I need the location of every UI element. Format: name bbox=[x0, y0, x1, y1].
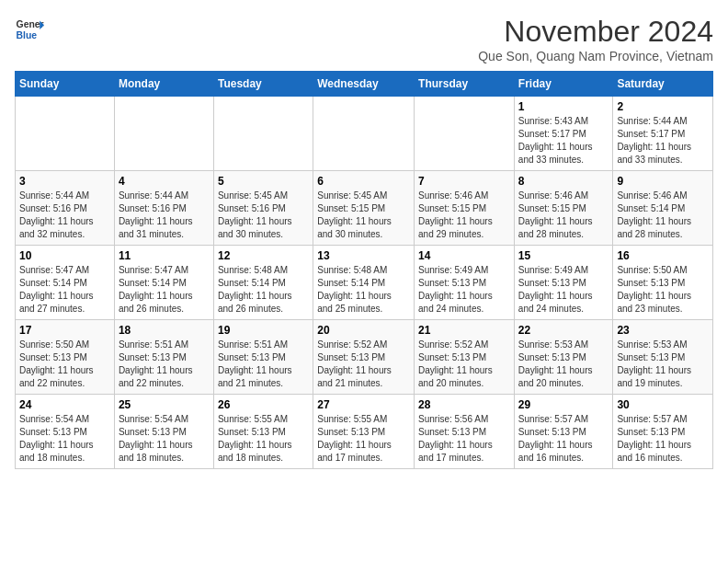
calendar-cell: 15Sunrise: 5:49 AM Sunset: 5:13 PM Dayli… bbox=[514, 246, 613, 320]
day-info: Sunrise: 5:56 AM Sunset: 5:13 PM Dayligh… bbox=[418, 413, 510, 465]
calendar-cell: 29Sunrise: 5:57 AM Sunset: 5:13 PM Dayli… bbox=[514, 395, 613, 469]
day-info: Sunrise: 5:44 AM Sunset: 5:16 PM Dayligh… bbox=[119, 190, 210, 241]
day-info: Sunrise: 5:50 AM Sunset: 5:13 PM Dayligh… bbox=[617, 264, 709, 316]
month-title: November 2024 bbox=[478, 15, 713, 49]
day-number: 18 bbox=[119, 324, 210, 337]
calendar-cell: 16Sunrise: 5:50 AM Sunset: 5:13 PM Dayli… bbox=[613, 246, 713, 320]
calendar-cell: 26Sunrise: 5:55 AM Sunset: 5:13 PM Dayli… bbox=[213, 395, 313, 469]
day-info: Sunrise: 5:47 AM Sunset: 5:14 PM Dayligh… bbox=[19, 264, 110, 316]
calendar-cell: 3Sunrise: 5:44 AM Sunset: 5:16 PM Daylig… bbox=[16, 171, 115, 246]
calendar-cell: 28Sunrise: 5:56 AM Sunset: 5:13 PM Dayli… bbox=[415, 395, 515, 469]
calendar-cell bbox=[213, 97, 313, 171]
logo-icon: General Blue bbox=[15, 15, 44, 44]
calendar-cell bbox=[313, 97, 415, 171]
calendar-cell: 24Sunrise: 5:54 AM Sunset: 5:13 PM Dayli… bbox=[16, 395, 115, 469]
calendar-header-row: SundayMondayTuesdayWednesdayThursdayFrid… bbox=[16, 72, 713, 97]
day-number: 21 bbox=[418, 324, 510, 337]
day-number: 1 bbox=[518, 100, 609, 113]
calendar-cell bbox=[114, 97, 213, 171]
calendar-cell: 5Sunrise: 5:45 AM Sunset: 5:16 PM Daylig… bbox=[213, 171, 313, 246]
calendar-cell: 9Sunrise: 5:46 AM Sunset: 5:14 PM Daylig… bbox=[613, 171, 713, 246]
day-number: 5 bbox=[218, 175, 309, 188]
day-info: Sunrise: 5:55 AM Sunset: 5:13 PM Dayligh… bbox=[218, 413, 309, 465]
day-number: 3 bbox=[19, 175, 110, 188]
day-number: 28 bbox=[418, 398, 510, 411]
calendar-cell: 20Sunrise: 5:52 AM Sunset: 5:13 PM Dayli… bbox=[313, 320, 415, 395]
day-info: Sunrise: 5:57 AM Sunset: 5:13 PM Dayligh… bbox=[518, 413, 609, 465]
day-number: 27 bbox=[317, 398, 410, 411]
day-info: Sunrise: 5:48 AM Sunset: 5:14 PM Dayligh… bbox=[218, 264, 309, 316]
calendar-cell: 4Sunrise: 5:44 AM Sunset: 5:16 PM Daylig… bbox=[114, 171, 213, 246]
day-number: 17 bbox=[19, 324, 110, 337]
calendar-cell: 8Sunrise: 5:46 AM Sunset: 5:15 PM Daylig… bbox=[514, 171, 613, 246]
calendar-cell: 6Sunrise: 5:45 AM Sunset: 5:15 PM Daylig… bbox=[313, 171, 415, 246]
page-header: General Blue November 2024 Que Son, Quan… bbox=[15, 15, 713, 63]
day-number: 8 bbox=[518, 175, 609, 188]
day-info: Sunrise: 5:54 AM Sunset: 5:13 PM Dayligh… bbox=[119, 413, 210, 465]
calendar-cell bbox=[415, 97, 515, 171]
day-info: Sunrise: 5:53 AM Sunset: 5:13 PM Dayligh… bbox=[518, 339, 609, 390]
day-number: 24 bbox=[19, 398, 110, 411]
day-number: 10 bbox=[19, 249, 110, 262]
day-number: 25 bbox=[119, 398, 210, 411]
day-info: Sunrise: 5:55 AM Sunset: 5:13 PM Dayligh… bbox=[317, 413, 410, 465]
day-info: Sunrise: 5:49 AM Sunset: 5:13 PM Dayligh… bbox=[418, 264, 510, 316]
week-row-1: 1Sunrise: 5:43 AM Sunset: 5:17 PM Daylig… bbox=[16, 97, 713, 171]
day-number: 26 bbox=[218, 398, 309, 411]
calendar-table: SundayMondayTuesdayWednesdayThursdayFrid… bbox=[15, 71, 713, 469]
calendar-cell: 7Sunrise: 5:46 AM Sunset: 5:15 PM Daylig… bbox=[415, 171, 515, 246]
day-number: 11 bbox=[119, 249, 210, 262]
calendar-cell: 25Sunrise: 5:54 AM Sunset: 5:13 PM Dayli… bbox=[114, 395, 213, 469]
day-number: 7 bbox=[418, 175, 510, 188]
day-number: 12 bbox=[218, 249, 309, 262]
day-info: Sunrise: 5:43 AM Sunset: 5:17 PM Dayligh… bbox=[518, 115, 609, 167]
week-row-2: 3Sunrise: 5:44 AM Sunset: 5:16 PM Daylig… bbox=[16, 171, 713, 246]
calendar-cell: 13Sunrise: 5:48 AM Sunset: 5:14 PM Dayli… bbox=[313, 246, 415, 320]
day-number: 13 bbox=[317, 249, 410, 262]
location: Que Son, Quang Nam Province, Vietnam bbox=[478, 49, 713, 63]
day-info: Sunrise: 5:52 AM Sunset: 5:13 PM Dayligh… bbox=[418, 339, 510, 390]
day-info: Sunrise: 5:46 AM Sunset: 5:15 PM Dayligh… bbox=[518, 190, 609, 241]
day-info: Sunrise: 5:45 AM Sunset: 5:15 PM Dayligh… bbox=[317, 190, 410, 241]
day-number: 23 bbox=[617, 324, 709, 337]
day-number: 22 bbox=[518, 324, 609, 337]
day-number: 9 bbox=[617, 175, 709, 188]
svg-text:Blue: Blue bbox=[17, 30, 38, 40]
day-number: 15 bbox=[518, 249, 609, 262]
day-number: 30 bbox=[617, 398, 709, 411]
day-number: 16 bbox=[617, 249, 709, 262]
day-info: Sunrise: 5:44 AM Sunset: 5:17 PM Dayligh… bbox=[617, 115, 709, 167]
day-info: Sunrise: 5:46 AM Sunset: 5:14 PM Dayligh… bbox=[617, 190, 709, 241]
day-number: 2 bbox=[617, 100, 709, 113]
day-info: Sunrise: 5:57 AM Sunset: 5:13 PM Dayligh… bbox=[617, 413, 709, 465]
col-header-thursday: Thursday bbox=[415, 72, 515, 97]
day-number: 4 bbox=[119, 175, 210, 188]
day-info: Sunrise: 5:50 AM Sunset: 5:13 PM Dayligh… bbox=[19, 339, 110, 390]
col-header-saturday: Saturday bbox=[613, 72, 713, 97]
day-info: Sunrise: 5:54 AM Sunset: 5:13 PM Dayligh… bbox=[19, 413, 110, 465]
calendar-cell: 11Sunrise: 5:47 AM Sunset: 5:14 PM Dayli… bbox=[114, 246, 213, 320]
day-number: 29 bbox=[518, 398, 609, 411]
day-info: Sunrise: 5:51 AM Sunset: 5:13 PM Dayligh… bbox=[218, 339, 309, 390]
calendar-cell: 12Sunrise: 5:48 AM Sunset: 5:14 PM Dayli… bbox=[213, 246, 313, 320]
col-header-wednesday: Wednesday bbox=[313, 72, 415, 97]
col-header-sunday: Sunday bbox=[16, 72, 115, 97]
title-block: November 2024 Que Son, Quang Nam Provinc… bbox=[478, 15, 713, 63]
calendar-cell: 23Sunrise: 5:53 AM Sunset: 5:13 PM Dayli… bbox=[613, 320, 713, 395]
calendar-cell: 14Sunrise: 5:49 AM Sunset: 5:13 PM Dayli… bbox=[415, 246, 515, 320]
day-info: Sunrise: 5:48 AM Sunset: 5:14 PM Dayligh… bbox=[317, 264, 410, 316]
calendar-cell: 17Sunrise: 5:50 AM Sunset: 5:13 PM Dayli… bbox=[16, 320, 115, 395]
calendar-cell: 2Sunrise: 5:44 AM Sunset: 5:17 PM Daylig… bbox=[613, 97, 713, 171]
logo: General Blue bbox=[15, 15, 44, 44]
calendar-cell: 27Sunrise: 5:55 AM Sunset: 5:13 PM Dayli… bbox=[313, 395, 415, 469]
day-info: Sunrise: 5:44 AM Sunset: 5:16 PM Dayligh… bbox=[19, 190, 110, 241]
day-info: Sunrise: 5:52 AM Sunset: 5:13 PM Dayligh… bbox=[317, 339, 410, 390]
day-number: 20 bbox=[317, 324, 410, 337]
calendar-cell: 18Sunrise: 5:51 AM Sunset: 5:13 PM Dayli… bbox=[114, 320, 213, 395]
day-number: 6 bbox=[317, 175, 410, 188]
week-row-3: 10Sunrise: 5:47 AM Sunset: 5:14 PM Dayli… bbox=[16, 246, 713, 320]
day-number: 19 bbox=[218, 324, 309, 337]
day-info: Sunrise: 5:47 AM Sunset: 5:14 PM Dayligh… bbox=[119, 264, 210, 316]
col-header-friday: Friday bbox=[514, 72, 613, 97]
day-info: Sunrise: 5:51 AM Sunset: 5:13 PM Dayligh… bbox=[119, 339, 210, 390]
